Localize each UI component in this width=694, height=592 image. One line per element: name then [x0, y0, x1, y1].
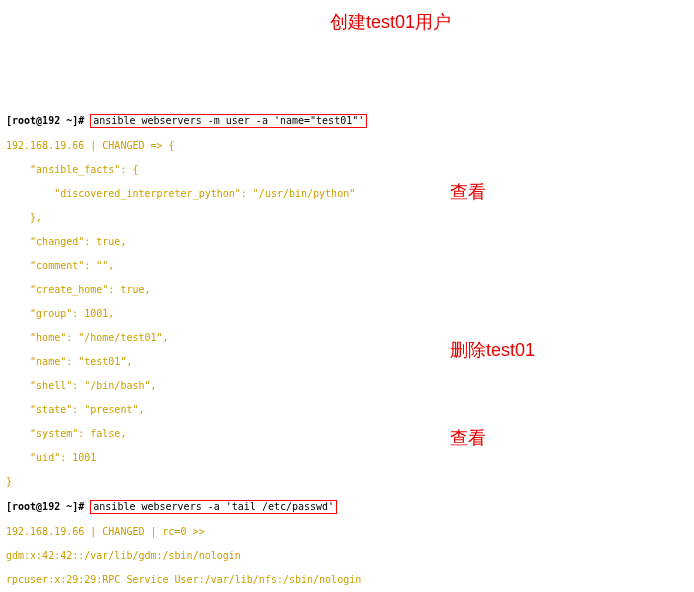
output1-line: },: [6, 212, 688, 224]
command-2: ansible webservers -a 'tail /etc/passwd': [93, 501, 334, 512]
output1-line: "system": false,: [6, 428, 688, 440]
prompt-2: [root@192 ~]#: [6, 501, 84, 512]
output1-line: "home": "/home/test01",: [6, 332, 688, 344]
output1-line: "changed": true,: [6, 236, 688, 248]
output1-line: "shell": "/bin/bash",: [6, 380, 688, 392]
output1-line: "name": "test01",: [6, 356, 688, 368]
output1-header: 192.168.19.66 | CHANGED => {: [6, 140, 688, 152]
annotation-create-user: 创建test01用户: [330, 12, 451, 34]
output1-line: }: [6, 476, 688, 488]
output2-line: gdm:x:42:42::/var/lib/gdm:/sbin/nologin: [6, 550, 688, 562]
output2-header: 192.168.19.66 | CHANGED | rc=0 >>: [6, 526, 688, 538]
output1-line: "group": 1001,: [6, 308, 688, 320]
output1-line: "uid": 1001: [6, 452, 688, 464]
output1-line: "state": "present",: [6, 404, 688, 416]
annotation-delete-user: 删除test01: [450, 340, 535, 362]
output1-line: "comment": "",: [6, 260, 688, 272]
command-box-1: ansible webservers -m user -a 'name="tes…: [90, 114, 367, 128]
annotation-view-1: 查看: [450, 182, 486, 204]
output1-line: "ansible_facts": {: [6, 164, 688, 176]
command-box-2: ansible webservers -a 'tail /etc/passwd': [90, 500, 337, 514]
command-1: ansible webservers -m user -a 'name="tes…: [93, 115, 364, 126]
prompt-1: [root@192 ~]#: [6, 115, 84, 126]
output2-line: rpcuser:x:29:29:RPC Service User:/var/li…: [6, 574, 688, 586]
annotation-view-2: 查看: [450, 428, 486, 450]
output1-line: "discovered_interpreter_python": "/usr/b…: [6, 188, 688, 200]
output1-line: "create_home": true,: [6, 284, 688, 296]
